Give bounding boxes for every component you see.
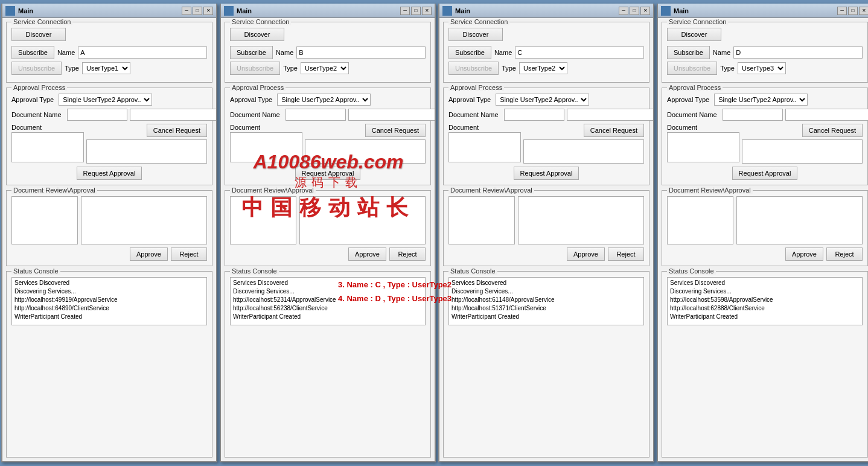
status-line: WriterParticipant Created (452, 313, 641, 321)
right-textarea-2[interactable] (305, 139, 426, 164)
name-input-2[interactable] (296, 46, 426, 59)
close-btn-3[interactable]: ✕ (640, 7, 650, 15)
doc-textarea-4[interactable] (667, 132, 739, 162)
minimize-btn-1[interactable]: ─ (182, 7, 191, 15)
status-console-4: Status Console Services DiscoveredDiscov… (662, 271, 868, 458)
review-left-textarea-3[interactable] (448, 196, 515, 244)
reject-button-4[interactable]: Reject (826, 247, 863, 261)
request-approval-button-1[interactable]: Request Approval (77, 167, 142, 180)
status-content-4[interactable]: Services DiscoveredDiscovering Services.… (667, 277, 863, 325)
right-textarea-3[interactable] (523, 139, 644, 164)
discover-button-1[interactable]: Discover (11, 28, 66, 41)
approval-type-select-3[interactable]: Single UserType2 Approv... (496, 94, 589, 106)
review-left-textarea-2[interactable] (230, 196, 296, 244)
subscribe-button-2[interactable]: Subscribe (230, 46, 273, 59)
review-left-textarea-1[interactable] (11, 196, 78, 244)
doc-name-input-4[interactable] (723, 109, 783, 121)
close-btn-1[interactable]: ✕ (203, 7, 213, 15)
minimize-btn-4[interactable]: ─ (837, 7, 847, 15)
close-btn-4[interactable]: ✕ (859, 7, 868, 15)
right-textarea-1[interactable] (86, 139, 207, 164)
subscribe-button-1[interactable]: Subscribe (11, 46, 54, 59)
review-right-textarea-3[interactable] (518, 196, 644, 244)
close-btn-2[interactable]: ✕ (422, 7, 432, 15)
unsubscribe-button-2[interactable]: Unsubscribe (230, 62, 280, 75)
type-select-4[interactable]: UserType1UserType2UserType3 (738, 62, 786, 74)
discover-button-3[interactable]: Discover (448, 28, 503, 41)
doc-name-input2-3[interactable] (567, 109, 653, 121)
cancel-request-button-3[interactable]: Cancel Request (584, 124, 644, 137)
cancel-request-button-1[interactable]: Cancel Request (147, 124, 207, 137)
document-label-1: Document (11, 124, 81, 131)
service-connection-3: Service Connection Discover Subscribe Na… (443, 22, 649, 83)
name-input-1[interactable] (78, 46, 207, 59)
request-approval-button-3[interactable]: Request Approval (514, 167, 579, 180)
discover-button-2[interactable]: Discover (230, 28, 284, 41)
minimize-btn-2[interactable]: ─ (400, 7, 410, 15)
doc-name-label-4: Document Name (667, 111, 717, 118)
status-console-label-3: Status Console (448, 267, 497, 275)
discover-button-4[interactable]: Discover (667, 28, 721, 41)
minimize-btn-3[interactable]: ─ (619, 7, 628, 15)
doc-name-input2-1[interactable] (130, 109, 216, 121)
maximize-btn-2[interactable]: □ (411, 7, 421, 15)
service-connection-label-3: Service Connection (448, 18, 509, 25)
approval-type-select-2[interactable]: Single UserType2 Approv... (277, 94, 371, 106)
window-body-4: Service Connection Discover Subscribe Na… (658, 18, 868, 461)
unsubscribe-button-4[interactable]: Unsubscribe (667, 62, 717, 75)
doc-textarea-2[interactable] (230, 132, 302, 162)
status-line: Services Discovered (452, 279, 641, 287)
name-input-3[interactable] (515, 46, 644, 59)
approval-type-select-4[interactable]: Single UserType2 Approv... (714, 94, 808, 106)
type-select-1[interactable]: UserType1UserType2UserType3 (82, 62, 130, 74)
window-icon-3 (442, 6, 452, 16)
approval-process-2: Approval Process Approval Type Single Us… (225, 88, 431, 185)
approval-type-row-4: Approval Type Single UserType2 Approv... (667, 94, 863, 106)
approve-button-1[interactable]: Approve (130, 247, 168, 261)
right-textarea-4[interactable] (742, 139, 863, 164)
subscribe-button-4[interactable]: Subscribe (667, 46, 710, 59)
unsubscribe-button-3[interactable]: Unsubscribe (448, 62, 499, 75)
status-line: Services Discovered (14, 279, 204, 287)
cancel-request-button-2[interactable]: Cancel Request (365, 124, 426, 137)
approve-reject-row-2: Approve Reject (230, 247, 426, 261)
status-console-label-4: Status Console (667, 267, 716, 275)
maximize-btn-3[interactable]: □ (630, 7, 639, 15)
maximize-btn-4[interactable]: □ (848, 7, 858, 15)
type-label-1: Type (65, 65, 79, 72)
window-body-2: Service Connection Discover Subscribe Na… (221, 18, 435, 461)
doc-name-input2-2[interactable] (348, 109, 435, 121)
doc-name-input-2[interactable] (286, 109, 346, 121)
review-right-textarea-4[interactable] (736, 196, 863, 244)
request-approval-button-2[interactable]: Request Approval (295, 167, 361, 180)
doc-name-input-3[interactable] (504, 109, 564, 121)
subscribe-button-3[interactable]: Subscribe (448, 46, 491, 59)
name-input-4[interactable] (733, 46, 863, 59)
approve-button-2[interactable]: Approve (348, 247, 386, 261)
reject-button-3[interactable]: Reject (608, 247, 644, 261)
approval-type-select-1[interactable]: Single UserType2 Approv... (59, 94, 152, 106)
review-right-textarea-2[interactable] (299, 196, 426, 244)
reject-button-2[interactable]: Reject (389, 247, 426, 261)
cancel-request-button-4[interactable]: Cancel Request (802, 124, 863, 137)
unsubscribe-button-1[interactable]: Unsubscribe (11, 62, 62, 75)
reject-button-1[interactable]: Reject (171, 247, 207, 261)
type-select-2[interactable]: UserType1UserType2UserType3 (301, 62, 349, 74)
approve-button-4[interactable]: Approve (785, 247, 823, 261)
review-right-textarea-1[interactable] (81, 196, 207, 244)
type-label-4: Type (720, 65, 735, 72)
status-content-2[interactable]: Services DiscoveredDiscovering Services.… (230, 277, 426, 325)
status-content-1[interactable]: Services DiscoveredDiscovering Services.… (11, 277, 207, 325)
request-approval-button-4[interactable]: Request Approval (732, 167, 798, 180)
doc-name-input2-4[interactable] (785, 109, 868, 121)
doc-textarea-3[interactable] (448, 132, 521, 162)
maximize-btn-1[interactable]: □ (193, 7, 202, 15)
approve-button-3[interactable]: Approve (567, 247, 605, 261)
service-connection-1: Service Connection Discover Subscribe Na… (6, 22, 212, 83)
status-content-3[interactable]: Services DiscoveredDiscovering Services.… (448, 277, 644, 325)
doc-textarea-1[interactable] (11, 132, 84, 162)
doc-name-input-1[interactable] (67, 109, 127, 121)
review-left-textarea-4[interactable] (667, 196, 733, 244)
type-select-3[interactable]: UserType1UserType2UserType3 (519, 62, 567, 74)
doc-review-label-4: Document Review\Approval (667, 187, 753, 194)
